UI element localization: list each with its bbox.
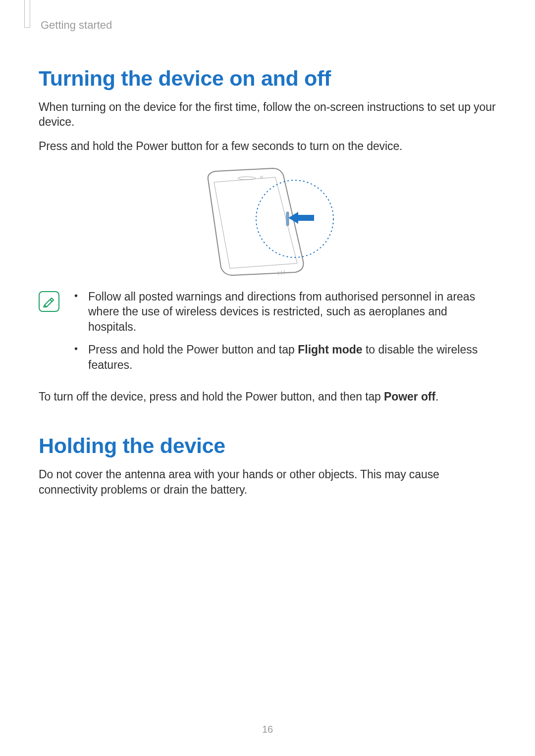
note-icon: [39, 291, 59, 312]
notice-list: Follow all posted warnings and direction…: [68, 289, 496, 380]
svg-rect-2: [286, 212, 289, 226]
body-paragraph: Press and hold the Power button for a fe…: [39, 139, 496, 153]
breadcrumb: Getting started: [41, 19, 496, 32]
body-paragraph: When turning on the device for the first…: [39, 100, 496, 130]
text-bold: Power off: [384, 390, 435, 403]
list-item-text-prefix: Press and hold the Power button and tap: [88, 343, 298, 356]
section-heading-turning-on-off: Turning the device on and off: [39, 66, 496, 91]
notice-icon-wrap: [39, 289, 68, 312]
svg-line-8: [50, 300, 52, 302]
notice-block: Follow all posted warnings and direction…: [39, 289, 496, 380]
list-item: Press and hold the Power button and tap …: [74, 342, 496, 372]
page-tab-marker: [24, 0, 30, 28]
text-prefix: To turn off the device, press and hold t…: [39, 390, 384, 403]
list-item-text-bold: Flight mode: [298, 343, 362, 356]
svg-point-0: [238, 177, 256, 180]
svg-point-1: [261, 176, 263, 178]
body-paragraph: To turn off the device, press and hold t…: [39, 389, 496, 404]
body-paragraph: Do not cover the antenna area with your …: [39, 467, 496, 497]
list-item-text: Follow all posted warnings and direction…: [88, 290, 475, 333]
device-illustration: [193, 164, 342, 278]
page-number: 16: [0, 724, 535, 735]
device-power-button-figure: [39, 164, 496, 278]
section-heading-holding-device: Holding the device: [39, 434, 496, 458]
list-item: Follow all posted warnings and direction…: [74, 289, 496, 334]
text-suffix: .: [435, 390, 438, 403]
manual-page: Getting started Turning the device on an…: [0, 0, 535, 756]
